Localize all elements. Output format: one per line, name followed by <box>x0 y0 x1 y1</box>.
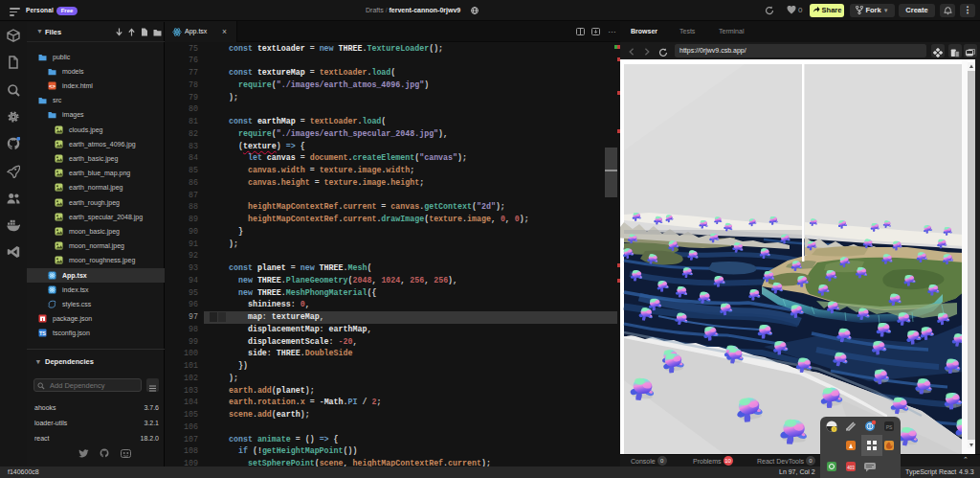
svg-text:403: 403 <box>847 466 855 470</box>
svg-text:PS: PS <box>886 424 893 430</box>
svg-text:!: ! <box>834 427 835 432</box>
svg-text:<>: <> <box>49 83 56 89</box>
svg-text:TS: TS <box>39 330 46 336</box>
